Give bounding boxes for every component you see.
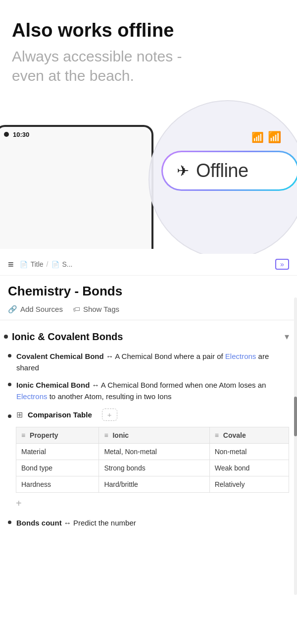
col-header-icon: ≡ <box>21 431 25 439</box>
show-tags-label: Show Tags <box>83 305 119 313</box>
add-sources-label: Add Sources <box>20 305 63 313</box>
promo-title: Also works offline <box>12 20 285 42</box>
offline-label: Offline <box>196 160 248 181</box>
breadcrumb-icon2: 📄 <box>51 261 59 268</box>
signal-icon: 📶 <box>251 131 264 143</box>
add-row-button[interactable]: + <box>16 498 289 509</box>
table-row: Material Metal, Non-metal Non-metal <box>16 443 289 460</box>
ionic-suffix: to another Atom, resulting in two Ions <box>50 392 172 401</box>
col-header-property-label: Property <box>30 431 58 439</box>
breadcrumb: 📄 Title / 📄 S... <box>20 260 73 268</box>
col-header-icon: ≡ <box>215 431 219 439</box>
note-toolbar: ≡ 📄 Title / 📄 S... » <box>0 254 297 276</box>
device-screen: 10:30 <box>0 127 151 249</box>
section-title: Ionic & Covalent Bonds <box>12 331 281 343</box>
show-tags-button[interactable]: 🏷 Show Tags <box>73 305 119 313</box>
camera-dot <box>4 132 9 137</box>
list-item: Bonds count ↔ Predict the number <box>0 513 297 531</box>
item-text-ionic: Ionic Chemical Bond ↔ A Chemical Bond fo… <box>16 379 289 403</box>
promo-section: Also works offline Always accessible not… <box>0 0 297 95</box>
add-column-button[interactable]: + <box>102 409 117 421</box>
note-content: Ionic & Covalent Bonds ▾ Covalent Chemic… <box>0 320 297 531</box>
bonds-count-arrow: ↔ <box>64 519 73 527</box>
add-sources-button[interactable]: 🔗 Add Sources <box>8 305 63 314</box>
breadcrumb-item2[interactable]: S... <box>62 260 73 268</box>
col-header-ionic: ≡ Ionic <box>99 427 209 443</box>
bonds-count-bold: Bonds count <box>16 519 62 527</box>
covalent-arrow: ↔ A Chemical Bond where a pair of <box>106 352 225 360</box>
note-title: Chemistry - Bonds <box>0 276 297 303</box>
bullet-dot <box>8 414 11 418</box>
link-icon: 🔗 <box>8 305 17 314</box>
item-text-bonds-count: Bonds count ↔ Predict the number <box>16 517 136 528</box>
offline-pill-wrapper: ✈ Offline <box>161 151 297 191</box>
ionic-bold: Ionic Chemical Bond <box>16 381 90 389</box>
table-row: Hardness Hard/brittle Relatively <box>16 476 289 492</box>
data-table: ≡ Property ≡ Ionic ≡ Covale Material <box>16 427 289 493</box>
list-item: Covalent Chemical Bond ↔ A Chemical Bond… <box>0 348 297 377</box>
comparison-table-label: Comparison Table <box>28 410 92 419</box>
breadcrumb-separator: / <box>47 260 49 268</box>
promo-subtitle: Always accessible notes - even at the be… <box>12 47 285 85</box>
list-item: Ionic Chemical Bond ↔ A Chemical Bond fo… <box>0 376 297 406</box>
table-grid-icon: ⊞ <box>16 410 23 419</box>
device-area: 10:30 📶 📶 ✈ Offline <box>0 95 297 254</box>
electrons-link-1[interactable]: Electrons <box>225 352 256 360</box>
table-cell: Weak bond <box>209 460 289 476</box>
chevron-down-icon[interactable]: ▾ <box>285 331 289 342</box>
col-header-ionic-label: Ionic <box>112 431 129 439</box>
table-cell: Strong bonds <box>99 460 209 476</box>
breadcrumb-icon1: 📄 <box>20 261 28 268</box>
ionic-arrow: ↔ A Chemical Bond formed when one Atom l… <box>92 381 266 389</box>
scrollbar[interactable] <box>294 297 297 595</box>
note-app: ≡ 📄 Title / 📄 S... » Chemistry - Bonds 🔗… <box>0 254 297 531</box>
expand-icon: » <box>280 260 284 268</box>
scrollbar-thumb[interactable] <box>294 397 297 436</box>
table-cell: Relatively <box>209 476 289 492</box>
section-heading: Ionic & Covalent Bonds ▾ <box>0 328 297 348</box>
wifi-icon: 📶 <box>268 131 281 144</box>
section-bullet <box>4 335 8 339</box>
table-cell: Metal, Non-metal <box>99 443 209 460</box>
table-cell: Hardness <box>16 476 99 492</box>
comparison-table-row: ⊞ Comparison Table + <box>0 406 297 424</box>
expand-button[interactable]: » <box>275 259 289 270</box>
airplane-icon: ✈ <box>177 162 189 179</box>
bullet-dot <box>8 354 11 357</box>
bullet-dot <box>8 383 11 386</box>
signal-icons: 📶 📶 <box>251 131 281 144</box>
col-header-covalent-label: Covale <box>223 431 246 439</box>
col-header-icon: ≡ <box>104 431 108 439</box>
device-frame: 10:30 <box>0 125 153 249</box>
bonds-count-rest: Predict the number <box>73 519 136 527</box>
device-status-bar: 10:30 <box>0 127 151 142</box>
tag-icon: 🏷 <box>73 305 80 313</box>
col-header-property: ≡ Property <box>16 427 99 443</box>
table-cell: Hard/brittle <box>99 476 209 492</box>
electrons-link-2[interactable]: Electrons <box>16 392 48 401</box>
col-header-covalent: ≡ Covale <box>209 427 289 443</box>
table-cell: Material <box>16 443 99 460</box>
table-row: Bond type Strong bonds Weak bond <box>16 460 289 476</box>
status-time: 10:30 <box>13 131 29 138</box>
offline-pill: ✈ Offline <box>163 152 297 189</box>
hamburger-icon[interactable]: ≡ <box>8 259 14 270</box>
covalent-bold: Covalent Chemical Bond <box>16 352 104 360</box>
bullet-dot <box>8 521 11 524</box>
magnifier-circle: 📶 📶 ✈ Offline <box>148 100 297 254</box>
note-meta-row: 🔗 Add Sources 🏷 Show Tags <box>0 303 297 320</box>
table-cell: Bond type <box>16 460 99 476</box>
table-cell: Non-metal <box>209 443 289 460</box>
breadcrumb-item1[interactable]: Title <box>31 260 44 268</box>
item-text-covalent: Covalent Chemical Bond ↔ A Chemical Bond… <box>16 351 289 374</box>
